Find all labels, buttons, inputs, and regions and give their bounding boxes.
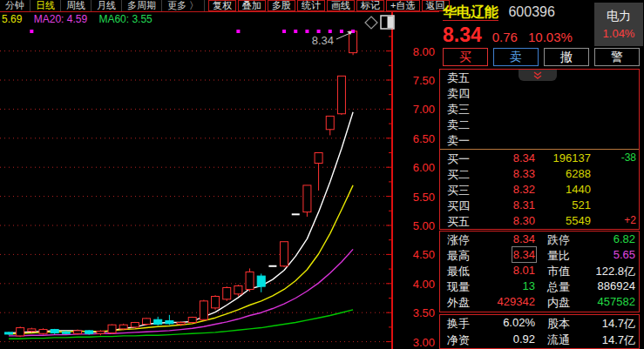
trade-button-撤[interactable]: 撤: [544, 48, 589, 66]
stat-value: 6.02%: [503, 316, 535, 329]
stat-value: 457582: [598, 295, 635, 308]
price-annotation: 8.34: [312, 34, 334, 47]
trade-button-卖[interactable]: 卖: [493, 48, 539, 66]
industry-change: 1.04%: [603, 27, 635, 40]
stat-row: 最低 8.01 市值 122.8亿: [440, 263, 639, 279]
stat-value: 14.7亿: [602, 332, 635, 348]
candlestick-chart[interactable]: 8.007.507.006.506.005.505.004.504.003.50…: [0, 12, 439, 349]
last-price: 8.34: [443, 23, 482, 47]
level-label: 买四: [447, 198, 470, 214]
y-axis-tick-label: 5.50: [413, 191, 435, 204]
stat-label: 现量: [447, 279, 470, 295]
price-change: 0.76: [492, 30, 518, 44]
level-volume: 196137: [553, 151, 591, 164]
stat-label: 内盘: [547, 295, 570, 311]
period-tab[interactable]: 周线: [61, 0, 92, 11]
stat-value: 13: [523, 279, 535, 292]
ma-line-ma5: [9, 112, 353, 333]
toolbar-button[interactable]: 画线: [327, 0, 355, 11]
period-tab[interactable]: 分钟: [0, 0, 31, 11]
stat-label: 总量: [547, 279, 570, 295]
level-label: 买五: [447, 214, 470, 230]
stat-label: 跌停: [547, 232, 570, 248]
level-label: 买三: [447, 183, 470, 198]
stat-row: 现量 13 总量 886924: [440, 279, 639, 294]
order-book-row: 买二 8.33 6288: [440, 166, 639, 182]
limit-up-mark: [282, 30, 286, 33]
toolbar-button[interactable]: 统计: [297, 0, 325, 11]
level-label: 卖五: [447, 70, 470, 86]
toolbar-button[interactable]: 标记: [356, 0, 384, 11]
stat-value: 122.8亿: [595, 264, 635, 279]
ma-line-ma10: [9, 185, 353, 334]
level-label: 卖一: [447, 133, 470, 149]
stat-label: 换手: [447, 316, 470, 332]
order-book-row: 买一 8.34 196137 -38: [440, 151, 639, 166]
stock-code: 600396: [508, 4, 554, 19]
stat-value: 8.01: [513, 264, 535, 277]
stat-label: 量比: [547, 248, 570, 264]
period-tab[interactable]: 更多 〉: [162, 0, 205, 11]
toolbar-button[interactable]: 多股: [268, 0, 295, 11]
order-book-row: 卖二: [440, 117, 639, 132]
stat-value: 6.82: [613, 232, 635, 245]
stat-label: 涨停: [447, 232, 470, 248]
stat-row: 净资 0.92 流通 14.7亿: [440, 332, 639, 348]
order-book-row: 买四 8.31 521: [440, 198, 639, 213]
limit-up-mark: [340, 30, 343, 33]
period-tab[interactable]: 多周期: [122, 0, 162, 11]
industry-name: 电力: [607, 9, 631, 24]
level-delta: -38: [621, 151, 636, 164]
trade-button-警[interactable]: 警: [594, 48, 640, 66]
price-row: 8.34 0.76 10.03%: [443, 23, 573, 47]
level-label: 卖四: [447, 86, 470, 102]
stat-value: 0.92: [513, 332, 535, 346]
orderbook-collapse-tab[interactable]: [519, 70, 557, 81]
y-axis-tick-label: 3.50: [413, 306, 435, 319]
order-book-row: 买五 8.30 5549 +2: [440, 213, 639, 229]
stat-label: 外盘: [447, 295, 470, 311]
stat-label: 股本: [547, 316, 570, 332]
order-book-row: 卖一: [440, 132, 639, 148]
stat-label: 流通: [547, 332, 570, 348]
y-axis-tick-label: 7.00: [413, 103, 435, 116]
level-price: 8.33: [513, 167, 535, 180]
stat-value: 8.34: [513, 248, 535, 261]
order-book-row: 卖四: [440, 85, 639, 101]
bid-ask-divider: [440, 149, 639, 150]
stat-value: 429342: [498, 295, 535, 308]
level-label: 卖二: [447, 117, 470, 133]
level-volume: 521: [572, 198, 591, 211]
stat-label: 最高: [447, 248, 470, 264]
quote-stats: 涨停 8.34 跌停 6.82最高 8.34 量比 5.65最低 8.01 市值…: [439, 231, 640, 312]
stat-value: 14.7亿: [602, 316, 635, 332]
trade-button-买[interactable]: 买: [443, 48, 488, 66]
diamond-marker-icon[interactable]: [365, 17, 377, 29]
y-axis-tick-label: 8.00: [413, 45, 435, 58]
stat-label: 净资: [447, 332, 470, 348]
toolbar: 分钟日线周线月线多周期更多 〉 复权叠加多股统计画线标记+自选返回: [0, 0, 439, 12]
toolbar-button[interactable]: +自选: [386, 0, 419, 11]
stat-row: 最高 8.34 量比 5.65: [440, 247, 639, 263]
stock-name[interactable]: 华电辽能: [443, 4, 498, 21]
period-tab[interactable]: 月线: [92, 0, 122, 11]
order-book-row: 买三 8.32 1440: [440, 182, 639, 198]
y-axis-tick-label: 6.00: [413, 161, 435, 174]
toolbar-button[interactable]: 叠加: [238, 0, 266, 11]
level-label: 买一: [447, 151, 470, 167]
y-axis-tick-label: 5.00: [413, 219, 435, 232]
level-price: 8.30: [513, 214, 535, 227]
level-volume: 6288: [566, 167, 591, 180]
toolbar-button[interactable]: 复权: [208, 0, 236, 11]
trading-app-window: 分钟日线周线月线多周期更多 〉 复权叠加多股统计画线标记+自选返回 5.69 M…: [0, 0, 644, 349]
level-volume: 1440: [566, 183, 591, 196]
limit-up-mark: [294, 30, 297, 33]
stat-row: 涨停 8.34 跌停 6.82: [440, 232, 639, 247]
toolbar-actions: 复权叠加多股统计画线标记+自选返回: [208, 0, 451, 11]
industry-badge[interactable]: 电力 1.04%: [594, 3, 643, 46]
stat-label: 最低: [447, 264, 470, 279]
period-tab[interactable]: 日线: [31, 0, 61, 11]
level-label: 卖三: [447, 102, 470, 117]
stat-row: 外盘 429342 内盘 457582: [440, 294, 639, 310]
stock-title: 华电辽能 600396: [443, 3, 555, 22]
